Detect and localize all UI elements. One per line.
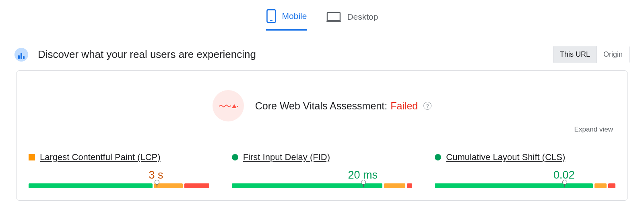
section-header: Discover what your real users are experi…: [0, 31, 644, 70]
expand-view-link[interactable]: Expand view: [574, 125, 613, 134]
assessment-prefix: Core Web Vitals Assessment:: [255, 100, 387, 112]
metrics-row: Largest Contentful Paint (LCP) 3 s First…: [29, 152, 615, 188]
bar-seg-poor: [184, 183, 209, 188]
metric-lcp-name[interactable]: Largest Contentful Paint (LCP): [40, 152, 161, 162]
metric-cls-name[interactable]: Cumulative Layout Shift (CLS): [446, 152, 565, 162]
bar-seg-good: [232, 183, 383, 188]
desktop-icon: [326, 11, 341, 23]
metric-lcp-marker: [155, 180, 159, 185]
section-title: Discover what your real users are experi…: [38, 48, 553, 61]
scope-toggle: This URL Origin: [553, 46, 630, 63]
svg-rect-5: [237, 106, 238, 107]
bar-seg-ni: [154, 183, 183, 188]
bar-seg-good: [435, 183, 592, 188]
bar-seg-poor: [608, 183, 615, 188]
crux-icon: [14, 48, 28, 62]
mobile-icon: [266, 9, 277, 23]
tab-mobile[interactable]: Mobile: [266, 9, 307, 31]
circle-green-icon: [435, 154, 441, 160]
square-orange-icon: [29, 154, 35, 160]
assessment-row: Core Web Vitals Assessment: Failed ?: [29, 90, 615, 121]
metric-cls: Cumulative Layout Shift (CLS) 0.02: [435, 152, 615, 188]
metric-fid-marker: [361, 180, 366, 185]
metric-fid-name[interactable]: First Input Delay (FID): [243, 152, 330, 162]
bar-seg-poor: [407, 183, 412, 188]
svg-rect-3: [326, 21, 341, 22]
bar-seg-good: [29, 183, 153, 188]
tab-desktop-label: Desktop: [347, 12, 378, 22]
svg-rect-2: [327, 12, 340, 21]
device-tabs: Mobile Desktop: [0, 0, 644, 31]
vitals-card: Core Web Vitals Assessment: Failed ? Exp…: [16, 70, 628, 201]
help-icon[interactable]: ?: [423, 102, 431, 110]
tab-mobile-label: Mobile: [282, 11, 307, 21]
svg-marker-4: [232, 104, 237, 108]
assessment-status: Failed: [390, 100, 418, 112]
scope-this-url-button[interactable]: This URL: [553, 46, 597, 63]
tab-desktop[interactable]: Desktop: [326, 9, 378, 31]
metric-lcp: Largest Contentful Paint (LCP) 3 s: [29, 152, 209, 188]
assessment-text: Core Web Vitals Assessment: Failed ?: [255, 100, 431, 112]
assessment-fail-icon: [213, 90, 244, 121]
metric-cls-marker: [562, 180, 567, 185]
metric-fid: First Input Delay (FID) 20 ms: [232, 152, 413, 188]
metric-fid-bar: [232, 183, 413, 188]
metric-cls-bar: [435, 183, 615, 188]
bar-seg-ni: [594, 183, 607, 188]
circle-green-icon: [232, 154, 238, 160]
bar-seg-ni: [384, 183, 405, 188]
metric-lcp-bar: [29, 183, 209, 188]
scope-origin-button[interactable]: Origin: [597, 46, 629, 63]
svg-rect-1: [270, 20, 272, 21]
